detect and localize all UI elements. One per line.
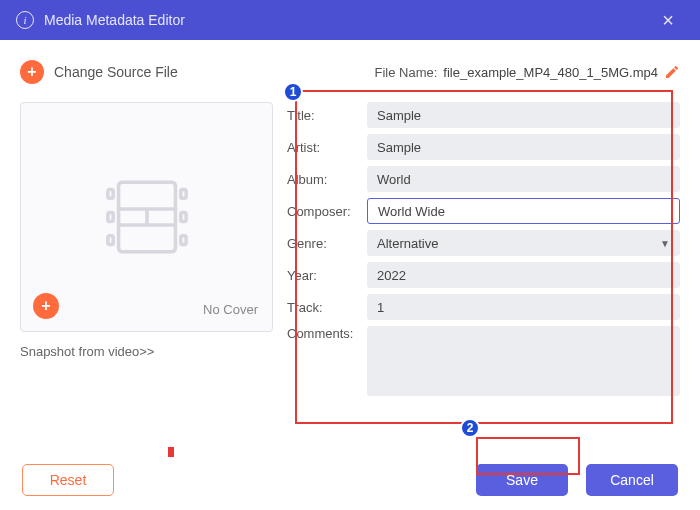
content: + Change Source File File Name: file_exa… <box>0 40 700 414</box>
label-album: Album: <box>287 172 367 187</box>
svg-rect-5 <box>107 213 112 222</box>
pencil-icon <box>664 64 680 80</box>
album-field[interactable] <box>367 166 680 192</box>
film-icon <box>102 177 192 257</box>
genre-value: Alternative <box>377 236 438 251</box>
composer-field[interactable] <box>367 198 680 224</box>
cover-box: + No Cover <box>20 102 273 332</box>
label-artist: Artist: <box>287 140 367 155</box>
no-cover-label: No Cover <box>203 302 258 317</box>
close-button[interactable]: × <box>648 0 688 40</box>
track-field[interactable] <box>367 294 680 320</box>
label-genre: Genre: <box>287 236 367 251</box>
row-genre: Genre: Alternative ▼ <box>287 230 680 256</box>
change-source-button[interactable]: + Change Source File <box>20 60 178 84</box>
label-composer: Composer: <box>287 204 367 219</box>
file-name-value: file_example_MP4_480_1_5MG.mp4 <box>443 65 658 80</box>
titlebar: i Media Metadata Editor × <box>0 0 700 40</box>
annotation-mark <box>168 447 174 457</box>
row-title: Title: <box>287 102 680 128</box>
save-button[interactable]: Save <box>476 464 568 496</box>
artist-field[interactable] <box>367 134 680 160</box>
edit-filename-button[interactable] <box>664 64 680 80</box>
reset-button[interactable]: Reset <box>22 464 114 496</box>
main-row: + No Cover Snapshot from video>> Title: … <box>20 102 680 402</box>
row-year: Year: <box>287 262 680 288</box>
file-name-area: File Name: file_example_MP4_480_1_5MG.mp… <box>375 64 681 80</box>
label-comments: Comments: <box>287 326 367 341</box>
footer-right: Save Cancel <box>476 464 678 496</box>
titlebar-left: i Media Metadata Editor <box>16 11 185 29</box>
snapshot-link[interactable]: Snapshot from video>> <box>20 344 273 359</box>
source-row: + Change Source File File Name: file_exa… <box>20 60 680 84</box>
row-comments: Comments: <box>287 326 680 396</box>
label-year: Year: <box>287 268 367 283</box>
svg-rect-6 <box>107 236 112 245</box>
title-field[interactable] <box>367 102 680 128</box>
close-icon: × <box>662 9 674 32</box>
comments-field[interactable] <box>367 326 680 396</box>
row-artist: Artist: <box>287 134 680 160</box>
row-album: Album: <box>287 166 680 192</box>
svg-rect-8 <box>180 213 185 222</box>
label-title: Title: <box>287 108 367 123</box>
label-track: Track: <box>287 300 367 315</box>
svg-rect-7 <box>180 189 185 198</box>
svg-rect-9 <box>180 236 185 245</box>
year-field[interactable] <box>367 262 680 288</box>
plus-icon: + <box>20 60 44 84</box>
file-name-label: File Name: <box>375 65 438 80</box>
svg-rect-4 <box>107 189 112 198</box>
row-composer: Composer: <box>287 198 680 224</box>
genre-select[interactable]: Alternative ▼ <box>367 230 680 256</box>
cover-column: + No Cover Snapshot from video>> <box>20 102 273 402</box>
footer: Reset Save Cancel <box>0 464 700 496</box>
fields-column: Title: Artist: Album: Composer: Genre: A… <box>287 102 680 402</box>
chevron-down-icon: ▼ <box>660 238 670 249</box>
add-cover-button[interactable]: + <box>33 293 59 319</box>
row-track: Track: <box>287 294 680 320</box>
cancel-button[interactable]: Cancel <box>586 464 678 496</box>
window-title: Media Metadata Editor <box>44 12 185 28</box>
change-source-label: Change Source File <box>54 64 178 80</box>
annotation-callout-2: 2 <box>460 418 480 438</box>
info-icon: i <box>16 11 34 29</box>
